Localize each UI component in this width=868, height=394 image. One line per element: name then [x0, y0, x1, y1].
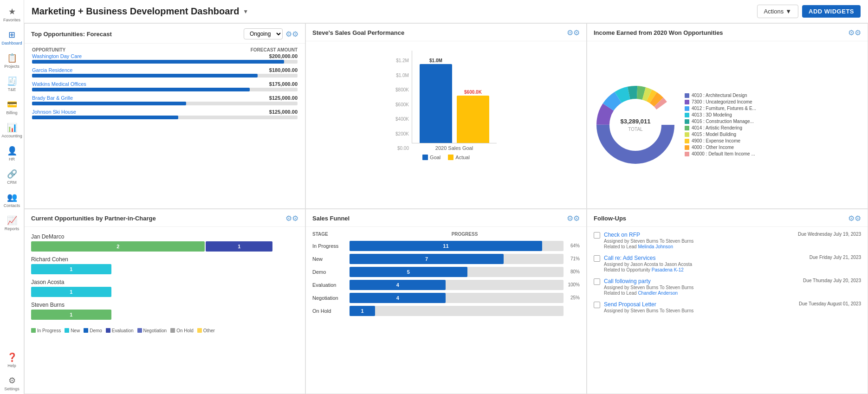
sidebar-label-hr: HR	[9, 157, 15, 161]
help-icon: ❓	[7, 352, 17, 362]
sidebar-item-reports[interactable]: 📈 Reports	[0, 213, 24, 234]
partner-legend-item: On Hold	[170, 328, 194, 333]
legend-item-label: 4000 : Other Income	[692, 145, 734, 150]
opp-name[interactable]: Brady Bar & Grille	[32, 95, 73, 101]
partner-legend-item: Other	[197, 328, 215, 333]
actual-bar	[457, 96, 489, 143]
opp-name[interactable]: Watkins Medical Offices	[32, 81, 86, 87]
sidebar-item-projects[interactable]: 📋 Projects	[0, 50, 24, 71]
funnel-settings-icon[interactable]: ⚙⚙	[567, 214, 580, 223]
partner-legend-color	[170, 328, 175, 333]
partner-legend-color	[106, 328, 110, 333]
opp-bar-fill	[32, 60, 284, 64]
opp-filter-area: Ongoing All ⚙⚙	[244, 28, 298, 39]
partner-legend-item: Evaluation	[106, 328, 134, 333]
partner-legend-color	[137, 328, 142, 333]
legend-goal: Goal	[422, 155, 440, 160]
title-chevron-icon[interactable]: ▼	[243, 8, 248, 15]
followup-related-link[interactable]: Pasadena K-12	[652, 267, 684, 272]
opp-table-row[interactable]: Watkins Medical Offices $175,000.00	[32, 81, 298, 87]
opp-filter-select[interactable]: Ongoing All	[244, 28, 283, 39]
sales-goal-settings-icon[interactable]: ⚙⚙	[567, 28, 580, 37]
opp-name[interactable]: Johnson Ski House	[32, 109, 76, 115]
sidebar-item-hr[interactable]: 👤 HR	[0, 143, 24, 164]
opp-table-row[interactable]: Washington Day Care $200,000.00	[32, 53, 298, 59]
partner-bars: 21	[31, 241, 298, 252]
donut-legend: 4010 : Architectural Design 7300 : Uncat…	[685, 93, 756, 156]
followup-checkbox[interactable]	[594, 232, 600, 239]
goal-bar-wrapper: $1.0M	[420, 58, 452, 143]
sidebar-item-help[interactable]: ❓ Help	[0, 349, 24, 371]
partner-bar: 1	[31, 310, 111, 320]
partner-opp-header: Current Opportunities by Partner-in-Char…	[25, 209, 305, 227]
followups-settings-icon[interactable]: ⚙⚙	[848, 214, 861, 223]
star-icon: ★	[8, 6, 16, 17]
funnel-stage-label: New	[312, 252, 350, 265]
followup-header: Send Proposal Letter Due Tuesday August …	[604, 301, 861, 308]
bars: $1.0M $600.0K	[412, 51, 497, 143]
opp-amount: $200,000.00	[175, 53, 298, 59]
opp-table-row[interactable]: Johnson Ski House $125,000.00	[32, 109, 298, 115]
followup-related-link[interactable]: Melinda Johnson	[638, 244, 673, 249]
sidebar-item-favorites[interactable]: ★ Favorites	[0, 4, 24, 25]
sidebar-item-accounting[interactable]: 📊 Accounting	[0, 120, 24, 141]
followup-related-link[interactable]: Chandler Anderson	[638, 291, 678, 296]
partner-settings-icon[interactable]: ⚙⚙	[285, 214, 298, 223]
followup-checkbox[interactable]	[594, 302, 600, 308]
funnel-stage-label: Demo	[312, 265, 350, 278]
opp-table-row[interactable]: Brady Bar & Grille $125,000.00	[32, 95, 298, 101]
sales-goal-title: Steve's Sales Goal Performance	[312, 29, 404, 36]
opp-name[interactable]: Washington Day Care	[32, 53, 82, 59]
followup-due: Due Friday July 21, 2023	[810, 255, 861, 260]
add-widgets-button[interactable]: ADD WIDGETS	[802, 5, 861, 18]
svg-point-10	[612, 102, 659, 148]
page-title: Marketing + Business Development Dashboa…	[32, 6, 248, 17]
partner-name: Jan DeMarco	[31, 233, 298, 240]
opp-amount: $125,000.00	[175, 95, 298, 101]
opp-bar-row	[32, 60, 298, 66]
partner-legend-label: Other	[203, 328, 215, 333]
settings-icon: ⚙	[8, 375, 16, 386]
partner-bar: 1	[31, 264, 111, 274]
followup-due: Due Tuesday August 01, 2023	[799, 301, 861, 306]
funnel-pct: 71%	[564, 252, 580, 265]
income-settings-icon[interactable]: ⚙⚙	[848, 28, 861, 37]
actions-button[interactable]: Actions ▼	[757, 5, 799, 18]
legend-item-label: 4015 : Model Building	[692, 132, 736, 137]
followup-title[interactable]: Check on RFP	[604, 232, 640, 238]
followup-title[interactable]: Call following party	[604, 278, 651, 284]
followup-title[interactable]: Send Proposal Letter	[604, 301, 656, 308]
top-opportunities-body: OPPORTUNITY FORECAST AMOUNT Washington D…	[25, 44, 305, 208]
y-axis: $1.2M $1.0M $800K $600K $400K $200K $0.0…	[395, 58, 412, 151]
sidebar-item-billing[interactable]: 💳 Billing	[0, 97, 24, 118]
widget-income-earned: Income Earned from 2020 Won Opportunitie…	[587, 23, 868, 209]
funnel-pct: 64%	[564, 239, 580, 252]
partner-item: Jan DeMarco 21	[31, 233, 298, 252]
followup-title[interactable]: Call re: Add Services	[604, 255, 655, 261]
opp-name[interactable]: Garcia Residence	[32, 67, 72, 73]
opp-table-row[interactable]: Garcia Residence $180,000.00	[32, 67, 298, 73]
funnel-bar-fill: 5	[350, 267, 467, 277]
funnel-bar-cell: 1	[350, 304, 564, 317]
followup-checkbox[interactable]	[594, 278, 600, 285]
sidebar-label-te: T&E	[8, 87, 16, 92]
donut-legend-item: 4010 : Architectural Design	[685, 93, 756, 98]
followup-content: Send Proposal Letter Due Tuesday August …	[604, 301, 861, 313]
funnel-stage-label: On Hold	[312, 304, 350, 317]
opp-bar-row	[32, 102, 298, 108]
partner-legend-label: On Hold	[176, 328, 194, 333]
sidebar-item-crm[interactable]: 🔗 CRM	[0, 166, 24, 187]
sidebar-item-dashboard[interactable]: ⊞ Dashboard	[0, 27, 24, 48]
legend-actual: Actual	[448, 155, 470, 160]
funnel-bar-bg: 4	[350, 293, 564, 303]
partner-bars: 1	[31, 264, 298, 274]
top-opp-settings-icon[interactable]: ⚙⚙	[285, 30, 298, 39]
billing-icon: 💳	[7, 99, 17, 110]
sidebar-item-settings[interactable]: ⚙ Settings	[0, 373, 24, 394]
followup-checkbox[interactable]	[594, 255, 600, 262]
legend-item-label: 4012 : Furniture, Fixtures & E...	[692, 106, 756, 111]
sidebar-item-te[interactable]: 🧾 T&E	[0, 73, 24, 95]
main-area: Marketing + Business Development Dashboa…	[24, 0, 868, 394]
sidebar-label-billing: Billing	[6, 110, 17, 115]
sidebar-item-contacts[interactable]: 👥 Contacts	[0, 189, 24, 211]
